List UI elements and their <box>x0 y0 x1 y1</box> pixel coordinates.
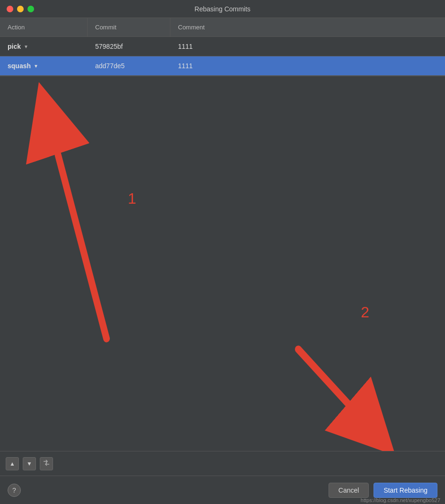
footer: ? Cancel Start Rebasing https://blog.csd… <box>0 476 445 504</box>
action-dropdown[interactable]: squash ▼ <box>8 62 38 70</box>
arrows-svg <box>0 76 445 451</box>
svg-line-3 <box>298 349 372 430</box>
window-controls <box>7 6 34 12</box>
help-button[interactable]: ? <box>8 484 21 497</box>
action-value: pick <box>8 43 21 50</box>
up-arrow-icon: ▲ <box>9 460 15 467</box>
move-up-button[interactable]: ▲ <box>6 457 19 470</box>
main-content: Action Commit Comment pick ▼ 579825bf 11… <box>0 18 445 476</box>
footer-buttons: Cancel Start Rebasing <box>329 483 437 498</box>
annotation-2: 2 <box>361 304 369 321</box>
watermark: https://blog.csdn.net/xupengbo527 <box>361 497 440 503</box>
reorder-icon <box>43 459 50 468</box>
commits-table: Action Commit Comment pick ▼ 579825bf 11… <box>0 18 445 76</box>
bottom-toolbar: ▲ ▼ <box>0 451 445 476</box>
action-cell: pick ▼ <box>0 37 88 56</box>
action-value: squash <box>8 62 31 70</box>
table-header: Action Commit Comment <box>0 18 445 37</box>
header-commit: Commit <box>88 18 170 36</box>
action-dropdown[interactable]: pick ▼ <box>8 43 28 50</box>
comment-cell: 1111 <box>170 37 445 56</box>
minimize-button[interactable] <box>17 6 24 12</box>
dropdown-arrow-icon: ▼ <box>34 63 38 69</box>
dropdown-arrow-icon: ▼ <box>24 44 28 49</box>
move-down-button[interactable]: ▼ <box>23 457 36 470</box>
maximize-button[interactable] <box>27 6 34 12</box>
help-icon: ? <box>12 486 16 494</box>
reorder-button[interactable] <box>40 457 53 470</box>
action-cell: squash ▼ <box>0 56 88 75</box>
down-arrow-icon: ▼ <box>27 460 32 467</box>
commit-cell: 579825bf <box>88 37 170 56</box>
drawing-area: 1 2 <box>0 76 445 451</box>
start-rebasing-button[interactable]: Start Rebasing <box>374 483 437 498</box>
table-row[interactable]: pick ▼ 579825bf 1111 <box>0 37 445 56</box>
cancel-button[interactable]: Cancel <box>329 483 369 498</box>
commit-cell: add77de5 <box>88 56 170 75</box>
comment-cell: 1111 <box>170 56 445 75</box>
close-button[interactable] <box>7 6 13 12</box>
header-action: Action <box>0 18 88 36</box>
svg-line-2 <box>48 118 107 339</box>
title-bar: Rebasing Commits <box>0 0 445 18</box>
table-row[interactable]: squash ▼ add77de5 1111 <box>0 56 445 76</box>
window-title: Rebasing Commits <box>195 5 250 13</box>
annotation-1: 1 <box>128 190 136 207</box>
header-comment: Comment <box>170 18 445 36</box>
